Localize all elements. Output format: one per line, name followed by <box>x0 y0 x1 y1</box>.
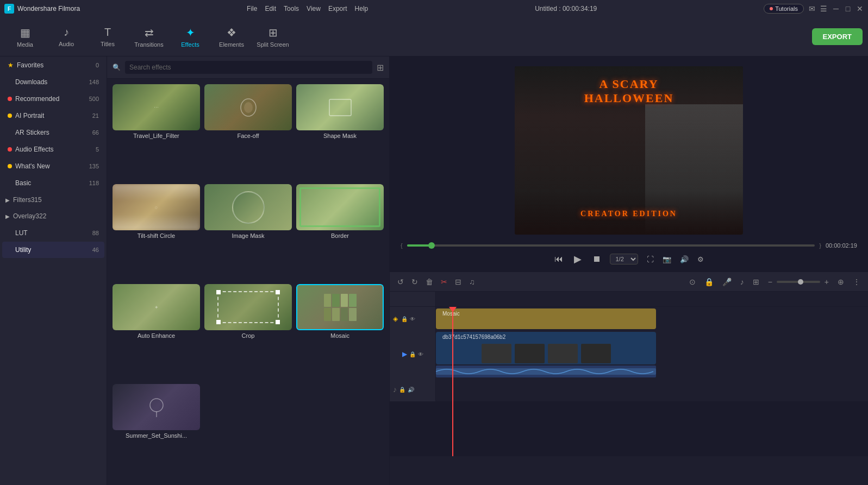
effect-summer[interactable]: Summer_Set_Sunshi... <box>113 384 200 480</box>
track-video-eye-icon[interactable]: 👁 <box>418 351 423 357</box>
sidebar-item-whats-new[interactable]: What's New 135 <box>2 158 104 174</box>
circular-mask-shape <box>232 191 265 224</box>
tool-elements[interactable]: ❖ Elements <box>212 20 251 54</box>
track-empty-volume-icon[interactable]: 🔊 <box>408 387 414 393</box>
sidebar-recommended-count: 500 <box>84 96 99 102</box>
effects-panel: 🔍 ⊞ ⋯ Travel_Life_Filter Face-off <box>107 56 390 485</box>
sidebar-item-ar-stickers[interactable]: AR Stickers 66 <box>2 124 104 141</box>
sidebar-item-ai-portrait[interactable]: AI Portrait 21 <box>2 108 104 124</box>
sidebar-item-lut[interactable]: LUT 88 <box>2 225 104 241</box>
sidebar-item-downloads[interactable]: Downloads 148 <box>2 74 104 90</box>
snapshot-button[interactable]: 📷 <box>660 253 673 266</box>
mosaic-clip-label: Mosaic <box>439 310 463 318</box>
sidebar-ar-stickers-label: AR Stickers <box>15 129 84 136</box>
sidebar-item-recommended[interactable]: Recommended 500 <box>2 91 104 107</box>
tool-titles[interactable]: T Titles <box>88 20 127 54</box>
sidebar-utility-count: 46 <box>84 247 99 253</box>
track-mosaic-eye-icon[interactable]: 👁 <box>410 316 415 322</box>
more-options-button[interactable]: ⋮ <box>851 275 863 288</box>
menu-edit[interactable]: Edit <box>265 5 276 12</box>
effect-label-mosaic: Mosaic <box>296 332 384 342</box>
redo-button[interactable]: ↻ <box>409 275 420 288</box>
mic-button[interactable]: 🎤 <box>720 275 734 288</box>
adjust-button[interactable]: ⊟ <box>453 275 464 288</box>
messages-button[interactable]: ✉ <box>808 5 816 12</box>
toolbar: ▦ Media ♪ Audio T Titles ⇄ Transitions ✦… <box>0 17 868 56</box>
progress-thumb[interactable] <box>428 242 435 249</box>
effect-border[interactable]: Border <box>296 184 384 280</box>
video-clip[interactable]: db37d1c574157698a06b2 <box>436 332 656 364</box>
close-button[interactable]: ✕ <box>856 5 864 12</box>
play-pause-button[interactable]: ▶ <box>572 251 584 267</box>
sidebar-item-overlay[interactable]: ▶ Overlay 322 <box>0 208 107 224</box>
tutorials-button[interactable]: Tutorials <box>764 4 804 14</box>
zoom-control: − + <box>766 275 831 288</box>
menu-view[interactable]: View <box>307 5 321 12</box>
tool-audio[interactable]: ♪ Audio <box>47 20 86 54</box>
undo-button[interactable]: ↺ <box>395 275 406 288</box>
effect-shape-mask[interactable]: Shape Mask <box>296 84 384 180</box>
tool-transitions[interactable]: ⇄ Transitions <box>129 20 168 54</box>
tool-split-screen[interactable]: ⊞ Split Screen <box>253 20 292 54</box>
menu-button[interactable]: ☰ <box>820 5 828 12</box>
clip-thumb-1 <box>482 344 511 363</box>
zoom-slider[interactable] <box>777 281 820 283</box>
ratio-selector[interactable]: 1/2 Full <box>610 254 638 264</box>
search-input[interactable] <box>125 61 372 74</box>
track-video-lock-icon[interactable]: 🔒 <box>409 351 416 357</box>
fullscreen-button[interactable]: ⛶ <box>645 253 656 266</box>
add-track-button[interactable]: ⊕ <box>835 275 846 288</box>
progress-bar[interactable] <box>407 244 815 247</box>
sidebar-downloads-count: 148 <box>84 79 99 85</box>
export-button[interactable]: EXPORT <box>812 28 863 45</box>
tool-effects[interactable]: ✦ Effects <box>171 20 210 54</box>
grid-view-icon[interactable]: ⊞ <box>377 62 384 73</box>
lock-button[interactable]: 🔒 <box>702 275 716 288</box>
sidebar-utility-label: Utility <box>15 246 84 254</box>
effect-label-tilt: Tilt-shift Circle <box>113 232 200 242</box>
timeline-content: ◈ 🔒 👁 Mosaic ▶ 🔒 <box>390 307 868 456</box>
minimize-button[interactable]: ─ <box>832 5 840 12</box>
music-button[interactable]: ♪ <box>738 275 746 288</box>
settings-button[interactable]: ⚙ <box>695 253 706 266</box>
cut-button[interactable]: ✂ <box>439 275 449 288</box>
effect-image-mask[interactable]: Image Mask <box>204 184 292 280</box>
sidebar-item-basic[interactable]: Basic 118 <box>2 175 104 191</box>
skip-back-button[interactable]: ⏮ <box>552 252 565 266</box>
tool-media[interactable]: ▦ Media <box>5 20 45 54</box>
timeline: ↺ ↻ 🗑 ✂ ⊟ ♫ ⊙ 🔒 🎤 ♪ ⊞ − <box>390 272 868 456</box>
menu-export[interactable]: Export <box>328 5 347 12</box>
mosaic-clip[interactable]: Mosaic <box>436 308 656 329</box>
maximize-button[interactable]: □ <box>844 5 852 12</box>
sidebar-whats-new-count: 135 <box>84 163 99 169</box>
effect-tilt-shift[interactable]: ○ Tilt-shift Circle <box>113 184 200 280</box>
effect-crop[interactable]: Crop <box>204 284 292 380</box>
effect-label-image-mask: Image Mask <box>204 232 292 242</box>
effect-thumb-shape <box>296 84 384 130</box>
effect-auto-enhance[interactable]: ✦ Auto Enhance <box>113 284 200 380</box>
menu-tools[interactable]: Tools <box>284 5 299 12</box>
sidebar-item-utility[interactable]: Utility 46 <box>2 242 104 258</box>
sidebar-item-audio-effects[interactable]: Audio Effects 5 <box>2 141 104 158</box>
volume-button[interactable]: 🔊 <box>678 253 691 266</box>
titles-icon: T <box>104 26 111 39</box>
mosaic-grid-visual <box>324 294 357 321</box>
zoom-out-button[interactable]: − <box>766 275 775 288</box>
zoom-in-button[interactable]: + <box>822 275 831 288</box>
delete-button[interactable]: 🗑 <box>423 275 435 288</box>
menu-help[interactable]: Help <box>355 5 369 12</box>
effect-face-off[interactable]: Face-off <box>204 84 292 180</box>
sidebar-item-filters[interactable]: ▶ Filters 315 <box>0 192 107 208</box>
effect-mosaic[interactable]: Mosaic <box>296 284 384 380</box>
effect-travel-filter[interactable]: ⋯ Travel_Life_Filter <box>113 84 200 180</box>
sidebar-item-favorites[interactable]: ★ Favorites 0 <box>2 57 104 73</box>
preview-video: A SCARYHALLOWEEN CREATOR EDITION <box>515 66 743 235</box>
snap-button[interactable]: ⊙ <box>687 275 698 288</box>
menu-file[interactable]: File <box>247 5 257 12</box>
stop-button[interactable]: ⏹ <box>590 252 603 266</box>
audio-button[interactable]: ♫ <box>467 275 477 288</box>
track-empty-lock-icon[interactable]: 🔒 <box>399 387 405 393</box>
split-button[interactable]: ⊞ <box>751 275 761 288</box>
crop-corner-tr <box>276 290 280 294</box>
track-mosaic-lock-icon[interactable]: 🔒 <box>401 316 408 322</box>
